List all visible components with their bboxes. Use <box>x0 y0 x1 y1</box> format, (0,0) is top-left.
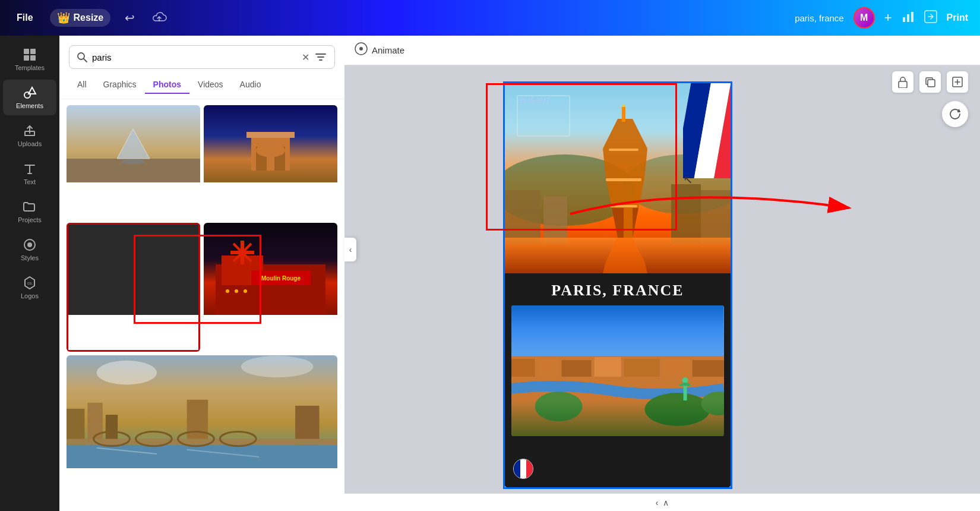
svg-rect-76 <box>505 190 540 244</box>
print-button[interactable]: Print <box>947 12 968 23</box>
tab-graphics[interactable]: Graphics <box>95 76 145 94</box>
add-collaborator-button[interactable]: + <box>884 10 892 26</box>
tab-videos[interactable]: Videos <box>189 76 232 94</box>
photo-placeholder[interactable] <box>67 223 200 352</box>
seine-thumbnail <box>67 355 337 468</box>
add-page-icon <box>952 77 963 87</box>
photo-moulin-rouge[interactable]: Moulin Rouge <box>204 223 337 352</box>
lock-button[interactable] <box>892 71 913 93</box>
sidebar-item-uploads[interactable]: Uploads <box>3 118 56 153</box>
avatar-letter: M <box>860 12 868 23</box>
photo-louvre[interactable] <box>67 105 200 219</box>
collapse-panel-button[interactable]: ‹ <box>344 238 356 261</box>
postcard-top-image: 29-05-2017 ↖ <box>505 83 731 273</box>
project-title[interactable]: paris, france <box>795 13 844 23</box>
sidebar-item-label: Styles <box>21 254 39 261</box>
sidebar-item-styles[interactable]: Styles <box>3 232 56 267</box>
folder-icon <box>23 200 37 214</box>
share-button[interactable] <box>924 10 937 26</box>
animate-icon <box>354 42 368 59</box>
sidebar-item-logos[interactable]: co. Logos <box>3 270 56 305</box>
sidebar-item-text[interactable]: Text <box>3 156 56 191</box>
page-navigation: ‹ ∧ <box>344 493 980 511</box>
tab-audio[interactable]: Audio <box>232 76 270 94</box>
badge-red <box>526 459 533 478</box>
tab-all[interactable]: All <box>69 76 95 94</box>
svg-text:co.: co. <box>27 281 33 285</box>
svg-marker-9 <box>29 87 36 94</box>
resize-label: Resize <box>74 12 104 23</box>
add-page-button[interactable] <box>947 71 968 93</box>
svg-rect-78 <box>671 184 701 244</box>
shapes-icon <box>23 86 37 100</box>
svg-point-59 <box>359 47 363 51</box>
svg-point-40 <box>235 289 238 293</box>
postcard-date: 29-05-2017 <box>519 97 549 104</box>
postcard-title: PARIS, FRANCE <box>505 273 731 305</box>
styles-icon <box>23 238 37 252</box>
sidebar-item-label: Logos <box>21 292 39 299</box>
svg-line-16 <box>84 59 87 62</box>
copy-button[interactable] <box>919 71 941 93</box>
svg-rect-48 <box>187 400 208 445</box>
search-input[interactable] <box>92 52 297 62</box>
grid-icon <box>23 48 37 62</box>
flag-badge <box>513 459 533 479</box>
svg-rect-73 <box>610 205 637 207</box>
canvas-area: Animate <box>344 36 980 511</box>
photo-seine[interactable] <box>67 355 337 505</box>
svg-rect-28 <box>256 144 285 157</box>
cloud-save-button[interactable] <box>149 8 169 29</box>
svg-rect-90 <box>693 360 724 377</box>
sidebar-item-label: Uploads <box>18 140 42 147</box>
svg-rect-86 <box>562 360 592 377</box>
sidebar-item-elements[interactable]: Elements <box>3 80 56 115</box>
text-icon <box>23 162 37 176</box>
svg-rect-77 <box>543 196 567 244</box>
sidebar-item-label: Projects <box>18 216 42 223</box>
flag-ribbon <box>683 83 731 178</box>
refresh-button[interactable] <box>942 101 968 127</box>
left-sidebar: Templates Elements Uploads Text Projects… <box>0 36 59 511</box>
animate-button[interactable]: Animate <box>354 42 404 59</box>
svg-rect-88 <box>624 359 660 377</box>
search-bar: ✕ <box>69 45 335 69</box>
photo-grid: Moulin Rouge <box>59 99 344 511</box>
animate-label: Animate <box>372 45 404 55</box>
postcard[interactable]: 29-05-2017 ↖ PARIS, FRANCE <box>505 83 731 487</box>
file-menu[interactable]: File <box>12 10 38 26</box>
svg-point-75 <box>622 105 625 107</box>
svg-rect-85 <box>538 358 559 377</box>
svg-rect-60 <box>899 81 907 88</box>
canvas-right-icons <box>892 71 968 93</box>
svg-rect-50 <box>67 439 337 445</box>
filter-icon[interactable] <box>314 51 327 64</box>
moulinrouge-thumbnail: Moulin Rouge <box>204 223 337 315</box>
filter-tabs: All Graphics Photos Videos Audio <box>59 76 344 99</box>
copy-icon <box>925 77 935 87</box>
clear-search-button[interactable]: ✕ <box>302 52 309 63</box>
svg-rect-61 <box>928 80 935 87</box>
louvre-thumbnail <box>67 105 200 182</box>
analytics-button[interactable] <box>902 10 915 26</box>
sidebar-item-label: Elements <box>16 102 43 109</box>
sidebar-item-templates[interactable]: Templates <box>3 42 56 77</box>
user-avatar[interactable]: M <box>853 7 875 29</box>
tab-photos[interactable]: Photos <box>145 76 189 94</box>
svg-point-15 <box>78 53 84 59</box>
badge-white <box>520 459 527 478</box>
svg-rect-84 <box>511 359 535 377</box>
undo-button[interactable]: ↩ <box>122 8 137 27</box>
page-up-button[interactable]: ∧ <box>663 498 669 507</box>
prev-page-button[interactable]: ‹ <box>656 498 659 507</box>
lock-icon <box>897 76 908 88</box>
svg-point-39 <box>226 289 229 293</box>
postcard-bottom-image <box>511 305 723 436</box>
flag-ribbon-inner <box>683 83 731 178</box>
search-icon <box>77 52 87 62</box>
animate-svg <box>354 42 368 56</box>
sidebar-item-projects[interactable]: Projects <box>3 194 56 229</box>
resize-button[interactable]: 👑 Resize <box>50 9 111 27</box>
svg-rect-87 <box>595 357 621 377</box>
photo-arc-triomphe[interactable] <box>204 105 337 219</box>
